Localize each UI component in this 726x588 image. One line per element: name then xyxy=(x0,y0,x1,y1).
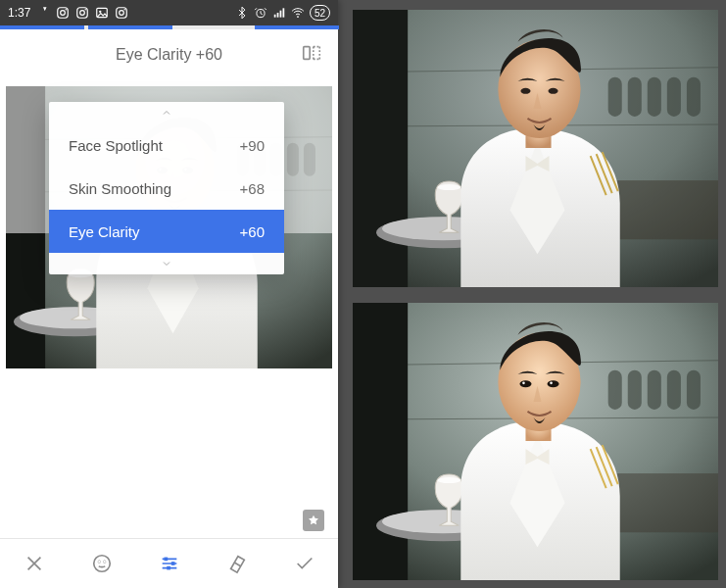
wifi-icon xyxy=(291,6,305,20)
svg-point-38 xyxy=(550,382,553,385)
svg-point-36 xyxy=(548,380,559,387)
battery-level: 52 xyxy=(315,8,325,19)
svg-rect-56 xyxy=(279,11,281,18)
svg-point-43 xyxy=(61,11,66,16)
tool-caption: Eye Clarity +60 xyxy=(116,46,222,64)
svg-rect-57 xyxy=(282,8,284,17)
svg-rect-23 xyxy=(608,370,622,410)
preview-edited xyxy=(353,303,718,580)
edit-canvas[interactable]: Face Spotlight +90 Skin Smoothing +68 Ey… xyxy=(0,80,338,374)
app-window: 1:37 52 Eye Clarity +60 xyxy=(0,0,338,588)
adjustment-row-skin-smoothing[interactable]: Skin Smoothing +68 xyxy=(49,167,284,210)
image-icon xyxy=(95,6,109,20)
favorite-button[interactable] xyxy=(303,510,324,531)
svg-point-83 xyxy=(93,556,110,572)
alarm-icon xyxy=(254,6,267,20)
status-time: 1:37 xyxy=(8,6,30,20)
svg-point-35 xyxy=(519,380,531,387)
svg-rect-87 xyxy=(170,562,174,565)
styles-button[interactable] xyxy=(203,539,270,588)
svg-rect-4 xyxy=(628,77,642,117)
compare-icon[interactable] xyxy=(301,42,322,68)
svg-point-32 xyxy=(437,477,460,483)
svg-rect-86 xyxy=(164,558,168,562)
instagram-icon xyxy=(56,6,70,20)
adjustment-label: Skin Smoothing xyxy=(69,180,171,197)
adjustment-value: +90 xyxy=(240,137,265,154)
svg-point-37 xyxy=(522,382,525,385)
svg-rect-24 xyxy=(628,370,642,410)
svg-point-46 xyxy=(80,11,85,16)
adjustment-panel[interactable]: Face Spotlight +90 Skin Smoothing +68 Ey… xyxy=(49,102,284,274)
svg-point-52 xyxy=(124,9,126,11)
svg-rect-9 xyxy=(353,10,408,287)
svg-rect-55 xyxy=(277,13,279,18)
adjustment-row-face-spotlight[interactable]: Face Spotlight +90 xyxy=(49,123,284,167)
svg-rect-29 xyxy=(353,303,408,580)
signal-icon xyxy=(272,6,286,20)
svg-point-44 xyxy=(66,9,68,11)
svg-rect-5 xyxy=(648,77,661,117)
bluetooth-icon xyxy=(235,6,249,20)
svg-point-12 xyxy=(437,184,460,190)
svg-rect-27 xyxy=(687,370,701,410)
face-button[interactable] xyxy=(68,539,135,588)
svg-point-51 xyxy=(120,11,124,16)
svg-rect-88 xyxy=(167,566,170,570)
instagram-icon xyxy=(75,6,89,20)
svg-rect-26 xyxy=(667,370,681,410)
svg-point-49 xyxy=(99,11,101,13)
svg-point-15 xyxy=(520,88,530,94)
tool-header: Eye Clarity +60 xyxy=(0,29,338,80)
preview-original xyxy=(353,10,718,287)
pinwheel-icon xyxy=(36,6,50,20)
apply-button[interactable] xyxy=(270,539,338,588)
cancel-button[interactable] xyxy=(0,539,68,588)
adjustment-value: +68 xyxy=(240,180,265,197)
chevron-down-icon[interactable] xyxy=(49,253,284,274)
adjustment-row-eye-clarity[interactable]: Eye Clarity +60 xyxy=(49,210,284,253)
svg-rect-54 xyxy=(274,15,276,18)
adjustment-value: +60 xyxy=(240,223,265,240)
svg-rect-28 xyxy=(604,473,718,532)
svg-rect-8 xyxy=(604,180,718,239)
svg-point-58 xyxy=(297,16,299,18)
chevron-up-icon[interactable] xyxy=(49,102,284,123)
adjust-button[interactable] xyxy=(135,539,203,588)
preview-pane xyxy=(353,10,718,580)
svg-rect-3 xyxy=(608,77,622,117)
svg-rect-6 xyxy=(667,77,681,117)
svg-rect-25 xyxy=(648,370,661,410)
battery-indicator: 52 xyxy=(310,5,330,21)
svg-point-16 xyxy=(549,88,558,94)
svg-rect-7 xyxy=(687,77,701,117)
adjustment-label: Face Spotlight xyxy=(69,137,163,154)
svg-rect-59 xyxy=(304,47,310,60)
bottom-toolbar xyxy=(0,538,338,588)
canvas-spacer xyxy=(0,374,338,539)
status-bar: 1:37 52 xyxy=(0,0,338,25)
instagram-icon xyxy=(115,6,128,20)
svg-point-47 xyxy=(85,9,87,11)
adjustment-label: Eye Clarity xyxy=(69,223,140,240)
